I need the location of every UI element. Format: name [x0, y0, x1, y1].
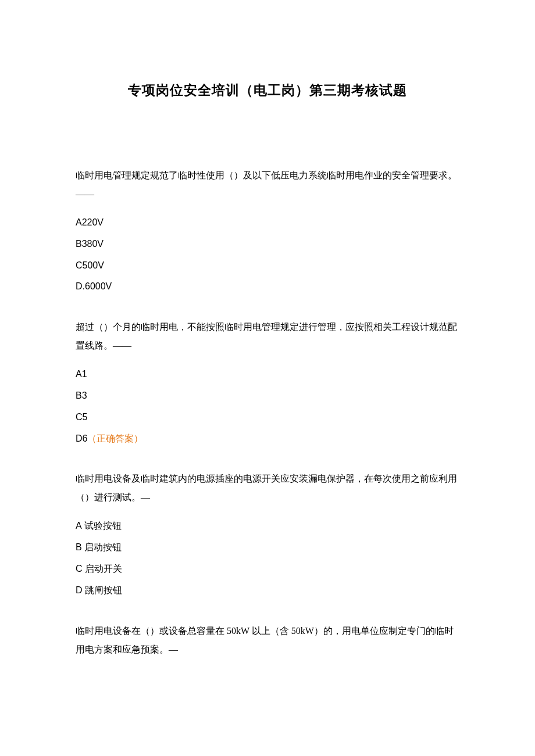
- option-1d-label: D: [76, 281, 83, 291]
- option-2b-label: B: [76, 390, 82, 400]
- correct-answer-label: （正确答案）: [87, 433, 143, 443]
- option-1b: B380V: [76, 234, 459, 255]
- option-1a-label: A: [76, 217, 82, 227]
- option-1c-label: C: [76, 260, 83, 270]
- option-1a-text: 220V: [82, 217, 104, 227]
- question-4-text: 临时用电设备在（）或设备总容量在 50kW 以上（含 50kW）的，用电单位应制…: [76, 622, 459, 659]
- question-1-text: 临时用电管理规定规范了临时性使用（）及以下低压电力系统临时用电作业的安全管理要求…: [76, 166, 459, 203]
- question-2: 超过（）个月的临时用电，不能按照临时用电管理规定进行管理，应按照相关工程设计规范…: [76, 318, 459, 449]
- option-1b-text: 380V: [82, 239, 104, 249]
- option-3a-text: 试验按钮: [82, 521, 122, 531]
- option-3c-text: 启动开关: [83, 564, 122, 574]
- question-2-options: A1 B3 C5 D6（正确答案）: [76, 364, 459, 449]
- option-1c-text: 500V: [83, 260, 104, 270]
- question-1: 临时用电管理规定规范了临时性使用（）及以下低压电力系统临时用电作业的安全管理要求…: [76, 166, 459, 298]
- option-3a: A 试验按钮: [76, 515, 459, 537]
- option-2b-text: 3: [82, 390, 87, 400]
- option-1d: D.6000V: [76, 276, 459, 298]
- option-3d-label: D: [76, 585, 83, 595]
- option-2a-text: 1: [82, 369, 87, 379]
- question-3-options: A 试验按钮 B 启动按钮 C 启动开关 D 跳闸按钮: [76, 515, 459, 601]
- question-3: 临时用电设备及临时建筑内的电源插座的电源开关应安装漏电保护器，在每次使用之前应利…: [76, 470, 459, 601]
- option-3d: D 跳闸按钮: [76, 580, 459, 601]
- option-3b-text: 启动按钮: [82, 542, 122, 552]
- option-2d: D6（正确答案）: [76, 428, 459, 450]
- option-2a-label: A: [76, 369, 82, 379]
- option-2c: C5: [76, 407, 459, 428]
- option-3a-label: A: [76, 521, 82, 531]
- option-3c: C 启动开关: [76, 558, 459, 580]
- question-1-options: A220V B380V C500V D.6000V: [76, 212, 459, 298]
- question-3-text: 临时用电设备及临时建筑内的电源插座的电源开关应安装漏电保护器，在每次使用之前应利…: [76, 470, 459, 507]
- option-1c: C500V: [76, 255, 459, 277]
- option-1b-label: B: [76, 239, 82, 249]
- option-2c-label: C: [76, 412, 83, 422]
- option-2d-label: D: [76, 433, 83, 443]
- option-1d-text: .6000V: [83, 281, 112, 291]
- option-3b-label: B: [76, 542, 82, 552]
- document-title: 专项岗位安全培训（电工岗）第三期考核试题: [76, 81, 459, 99]
- option-3b: B 启动按钮: [76, 537, 459, 558]
- option-2c-text: 5: [83, 412, 88, 422]
- option-2b: B3: [76, 385, 459, 407]
- option-3c-label: C: [76, 564, 83, 574]
- option-1a: A220V: [76, 212, 459, 234]
- option-2a: A1: [76, 364, 459, 385]
- option-3d-text: 跳闸按钮: [83, 585, 122, 595]
- question-4: 临时用电设备在（）或设备总容量在 50kW 以上（含 50kW）的，用电单位应制…: [76, 622, 459, 659]
- question-2-text: 超过（）个月的临时用电，不能按照临时用电管理规定进行管理，应按照相关工程设计规范…: [76, 318, 459, 355]
